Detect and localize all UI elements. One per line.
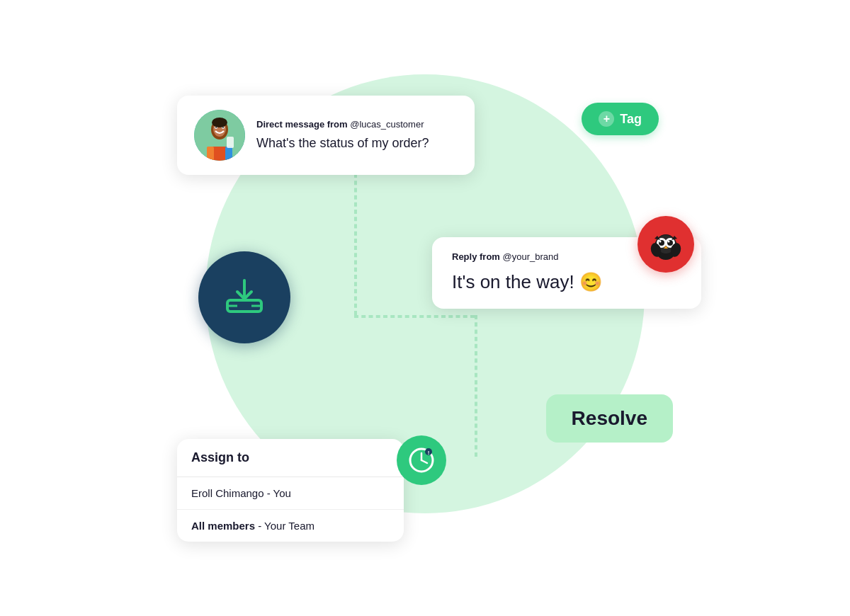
your-team-label: - Your Team: [255, 520, 314, 532]
inbox-circle: [198, 251, 290, 343]
assign-item-you[interactable]: Eroll Chimango - You: [177, 477, 404, 510]
hootsuite-owl-badge: [638, 216, 694, 273]
connector-line-2: [475, 315, 477, 457]
svg-text:!: !: [428, 450, 430, 456]
svg-rect-9: [207, 147, 214, 161]
reply-emoji: 😊: [579, 271, 602, 292]
reply-label-bold: Reply from: [452, 251, 500, 262]
svg-point-19: [668, 241, 670, 243]
dm-label-bold: Direct message from: [256, 119, 348, 130]
owl-icon: [647, 226, 684, 263]
dm-content: Direct message from @lucas_customer What…: [256, 119, 458, 152]
reply-text: It's on the way!: [452, 271, 574, 292]
assign-title: Assign to: [177, 439, 404, 477]
avatar: [194, 110, 245, 161]
avatar-image: [194, 110, 245, 161]
assign-item-you-text: Eroll Chimango - You: [191, 487, 291, 499]
assign-card: Assign to Eroll Chimango - You All membe…: [177, 439, 404, 542]
all-members-label: All members: [191, 520, 255, 532]
clock-circle: !: [397, 435, 446, 485]
svg-rect-11: [227, 137, 234, 148]
dm-card: Direct message from @lucas_customer What…: [177, 96, 475, 175]
svg-rect-10: [225, 147, 232, 161]
dm-message: What's the status of my order?: [256, 135, 458, 152]
resolve-button[interactable]: Resolve: [546, 394, 673, 443]
tag-label: Tag: [620, 112, 642, 127]
connector-line-3: [354, 315, 475, 318]
tag-button[interactable]: + Tag: [582, 103, 659, 135]
scene: + Tag: [135, 32, 715, 584]
svg-point-18: [659, 241, 662, 243]
connector-line-1: [354, 173, 357, 315]
reply-username: @your_brand: [503, 251, 559, 262]
dm-username: @lucas_customer: [350, 119, 424, 130]
reply-message: It's on the way! 😊: [452, 270, 681, 295]
dm-label: Direct message from @lucas_customer: [256, 119, 458, 130]
assign-item-team[interactable]: All members - Your Team: [177, 510, 404, 542]
inbox-icon: [222, 275, 267, 320]
svg-line-31: [421, 460, 427, 463]
plus-icon: +: [599, 111, 614, 127]
svg-point-7: [212, 118, 227, 127]
clock-icon: !: [407, 446, 436, 474]
